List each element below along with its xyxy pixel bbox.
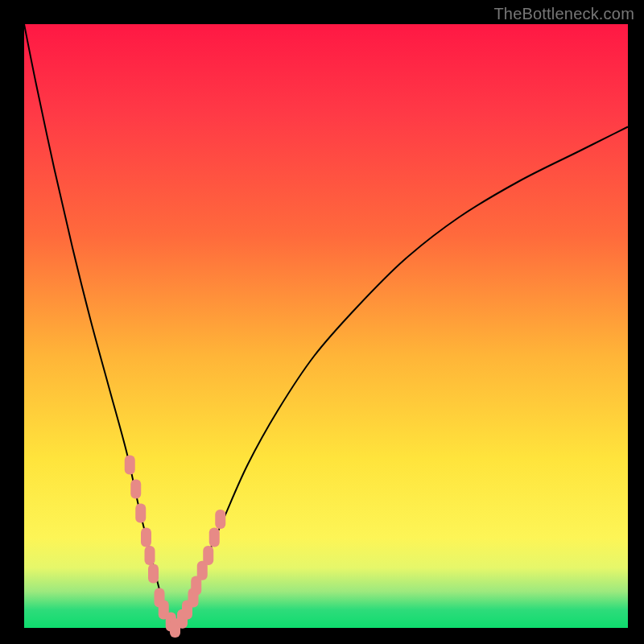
data-marker [130,480,141,499]
chart-frame: TheBottleneck.com [0,0,644,644]
data-marker [145,546,155,565]
curve-svg [24,24,628,628]
data-marker [125,456,135,475]
data-marker [209,528,220,547]
bottleneck-curve [24,24,628,628]
data-marker [203,546,213,565]
data-marker [135,504,146,523]
data-marker [141,528,151,547]
marker-group [125,456,226,638]
plot-area [24,24,628,628]
data-marker [215,510,225,529]
watermark-text: TheBottleneck.com [493,5,634,23]
data-marker [148,564,159,584]
